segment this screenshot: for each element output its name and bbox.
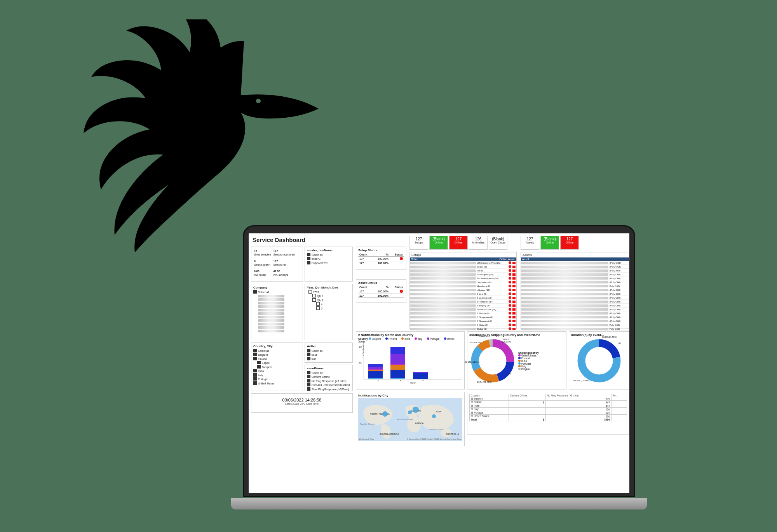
flag-icon xyxy=(512,324,516,326)
status-red-icon xyxy=(509,281,511,283)
notifications-map[interactable]: Notifications by City NORTH AMERICA EURO… xyxy=(356,392,465,446)
table-row[interactable]: anges (6) xyxy=(410,265,516,269)
status-red-icon xyxy=(509,327,511,330)
table-row[interactable]: 10 Melbourne (10) xyxy=(410,308,516,311)
table-row[interactable]: (Poly C60) xyxy=(521,288,629,292)
table-row[interactable]: (Poly X50) xyxy=(521,269,629,273)
status-red-icon xyxy=(509,304,511,307)
table-row[interactable]: 6 Cairo (9) xyxy=(410,323,516,327)
kpi-anomalies: 126Anomalies xyxy=(469,236,488,250)
assets-grid[interactable]: Assets Asset (Poly GC8)(Poly GC8)(Poly X… xyxy=(521,252,629,329)
table-row[interactable]: (Poly C60) xyxy=(521,308,629,311)
donut-shipping[interactable]: duration(h) by ShippingCountry and event… xyxy=(467,331,566,389)
table-row[interactable]: 8 Manila (8) xyxy=(410,311,516,315)
table-row[interactable]: 8 Beijing (8) xyxy=(410,304,516,308)
summary-panel: 16Sites selected 127Setups monitored 0Se… xyxy=(251,247,303,282)
table-row[interactable]: Poly C60) xyxy=(521,284,629,288)
table-row[interactable]: ⊞ Italy156 xyxy=(470,408,627,411)
flag-icon xyxy=(512,285,516,287)
filter-option[interactable]: IntelPC xyxy=(307,257,350,261)
pivot-table[interactable]: CountryCamera OfflineNo Ping Response (>… xyxy=(467,392,629,435)
table-row[interactable]: (Poly C60) xyxy=(521,315,629,319)
laptop-frame: Service Dashboard 16Sites selected 127Se… xyxy=(231,225,647,513)
status-red-icon xyxy=(509,289,511,291)
flag-icon xyxy=(512,269,516,272)
filter-company[interactable]: Company Select all xyxy=(251,284,303,340)
page-title: Service Dashboard xyxy=(253,236,305,243)
setup-status-panel: Setup Status Count%Status 127100.00% 127… xyxy=(356,247,406,270)
asset-status-panel: Asset Status Count%Status 127100.00% 127… xyxy=(356,279,406,303)
timestamp-panel: 03/06/2022 14:26:58 Latest Data UTC Date… xyxy=(251,393,353,413)
status-red-icon xyxy=(509,265,511,268)
table-row[interactable]: 16 Shardapeeth (16) xyxy=(410,276,516,280)
table-row[interactable]: alliputra (12) xyxy=(410,288,516,292)
table-row[interactable]: Poly C60) xyxy=(521,327,629,331)
status-red-icon xyxy=(509,277,511,280)
table-row[interactable]: 8 Singapore (9) xyxy=(410,315,516,319)
table-row[interactable]: (Poly GC8) xyxy=(521,261,629,265)
table-row[interactable]: ⊞ Portugal822 xyxy=(470,411,627,415)
table-row[interactable]: (Poly C60) xyxy=(521,311,629,315)
flag-icon xyxy=(512,297,516,299)
status-red-icon xyxy=(509,296,511,299)
kpi-offline: 127Offline xyxy=(449,236,468,250)
table-row[interactable]: 8 Shanghai (8) xyxy=(410,319,516,323)
table-row[interactable]: 14 Mugesh (14) xyxy=(410,273,516,276)
kpi-open-cases: (Blank)Open Cases xyxy=(489,236,507,250)
table-row[interactable]: urt (9) xyxy=(410,269,516,273)
table-row[interactable]: (Poly C60) xyxy=(521,292,629,296)
table-row[interactable]: (Poly C60) xyxy=(521,319,629,323)
flag-icon xyxy=(512,281,516,283)
table-row[interactable]: Himalaya (8) xyxy=(410,284,516,288)
table-row[interactable]: (Poly C60) xyxy=(521,296,629,300)
kpi-online: (Blank)Online xyxy=(429,236,448,250)
status-red-icon xyxy=(509,300,511,303)
kpi-assets: 127Assets xyxy=(521,236,539,250)
table-row[interactable]: ⊞ India472 xyxy=(470,404,627,408)
table-row[interactable]: (Poly C60) xyxy=(521,280,629,284)
filter-country[interactable]: Country, City Select all Belgium Finland… xyxy=(251,342,303,391)
dashboard-screen: Service Dashboard 16Sites selected 127Se… xyxy=(249,233,629,493)
kpi-row-assets: 127Assets (Blank)Online 127Offline xyxy=(521,236,579,250)
flag-icon xyxy=(512,277,516,280)
filter-event[interactable]: eventName Select all Camera Offline No P… xyxy=(305,365,353,391)
filter-date[interactable]: Year, Qtr, Month, Day 2022 Qtr 1 Qtr 2 4… xyxy=(305,284,353,340)
filter-option[interactable]: Select all xyxy=(307,253,350,257)
status-red-icon xyxy=(509,320,511,322)
table-row[interactable]: Jerusalem (9) xyxy=(410,280,516,284)
hummingbird-logo xyxy=(74,19,330,260)
table-row[interactable]: Dubai (8) xyxy=(410,327,516,331)
flag-icon xyxy=(512,320,516,322)
flag-icon xyxy=(512,312,516,315)
table-row[interactable]: 8 Leo (8) xyxy=(410,292,516,296)
filter-sender[interactable]: sender, rawName Select all IntelPC Polyc… xyxy=(305,247,353,282)
flag-icon xyxy=(512,304,516,307)
table-row[interactable]: 14 Helsinki (14) xyxy=(410,300,516,304)
table-row[interactable]: (Poly C60) xyxy=(521,273,629,276)
flag-icon xyxy=(512,293,516,295)
flag-icon xyxy=(512,289,516,291)
filter-option[interactable]: PolycomEPC xyxy=(307,261,350,265)
table-row[interactable]: (Poly C60) xyxy=(521,276,629,280)
table-row[interactable]: ⊞ Finland3447 xyxy=(470,401,627,404)
table-row[interactable]: 8 Lacerta (10) xyxy=(410,296,516,300)
flag-icon xyxy=(512,273,516,276)
kpi-assets-online: (Blank)Online xyxy=(540,236,559,250)
filter-active[interactable]: Active Select all false true xyxy=(305,342,353,363)
flag-icon xyxy=(512,266,516,268)
svg-point-0 xyxy=(256,99,261,103)
table-row[interactable]: (Poly C60) xyxy=(521,300,629,304)
status-red-icon xyxy=(400,290,403,293)
table-row[interactable]: ⊞ United States506 xyxy=(470,415,627,418)
status-red-icon xyxy=(509,312,511,315)
table-row[interactable]: Poly C60) xyxy=(521,323,629,327)
table-row[interactable]: (Poly GC8) xyxy=(521,265,629,269)
table-row[interactable]: vRm Everest Pink (16) xyxy=(410,261,516,265)
donut-event[interactable]: duration(h) by event… 23.2K (21.55%) 0K … xyxy=(569,331,629,389)
flag-icon xyxy=(512,308,516,311)
table-row[interactable]: ⊞ Belgium779 xyxy=(470,397,627,401)
notifications-chart[interactable]: # Notifications by Month and Country Cou… xyxy=(356,331,465,389)
setups-grid[interactable]: Setups SetupOnline Anom vRm Everest Pink… xyxy=(409,252,517,329)
table-row[interactable]: (Poly C60) xyxy=(521,304,629,308)
flag-icon xyxy=(512,316,516,318)
